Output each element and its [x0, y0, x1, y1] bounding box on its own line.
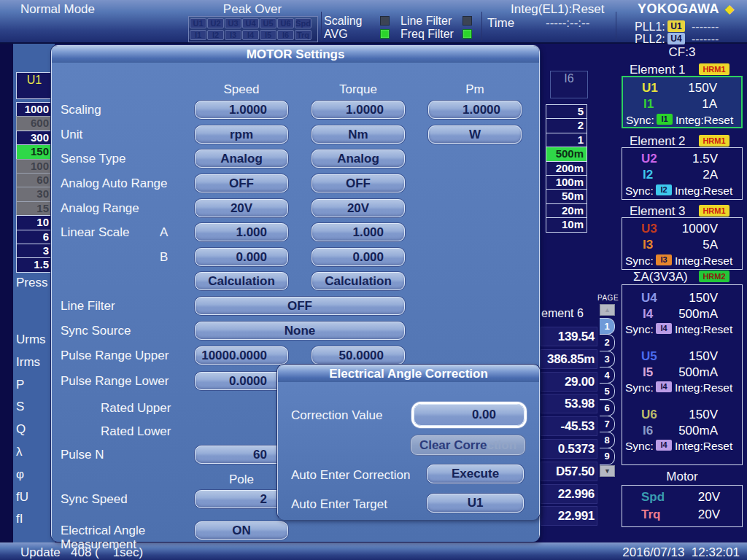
current-range-item-50m[interactable]: 50m [546, 189, 587, 203]
row-button[interactable]: Calculation [311, 272, 405, 290]
peak-over-box: U1U2U3U4U5U6Spd I1I2I3I4I5I6Trq [188, 16, 318, 42]
current-range-item-100m[interactable]: 100m [546, 175, 587, 190]
clear-correction-text-dim: ction [487, 438, 517, 452]
row-label-pulse-range-upper: Pulse Range Upper [61, 349, 169, 362]
pulse-n-button[interactable]: 60 [195, 446, 288, 464]
update-label: Update [20, 545, 61, 559]
page-tab-3[interactable]: 3 [600, 351, 615, 368]
integ-state: Integ:Reset [676, 114, 733, 127]
hrm-badge: HRM1 [699, 205, 729, 217]
sense-type-button[interactable]: Analog [195, 149, 288, 168]
scaling-button[interactable]: 1.0000 [195, 101, 288, 119]
clear-correction-text: Clear Corre [419, 438, 487, 452]
correction-value-field[interactable]: 0.00 [414, 404, 525, 426]
sync-source-button[interactable]: None [195, 322, 405, 340]
page-tab-1[interactable]: 1 [600, 318, 615, 335]
pulse-range-lower-button[interactable]: 0.0000 [195, 372, 288, 390]
unit-button[interactable]: W [428, 125, 522, 144]
auto-enter-target-button[interactable]: U1 [427, 494, 524, 513]
page-tab-2[interactable]: 2 [600, 334, 615, 351]
electrical-angle-measurement-button[interactable]: ON [195, 521, 288, 540]
row-button[interactable]: Calculation [195, 272, 288, 290]
column-header-pole: Pole [195, 472, 288, 486]
motor-box: Spd20VTrq20V [622, 485, 743, 527]
element-column-header: ement 6 [541, 307, 584, 320]
voltage-range-item-1000[interactable]: 1000 [16, 102, 53, 117]
row-button[interactable]: 0.000 [195, 248, 288, 266]
page-tab-7[interactable]: 7 [600, 416, 615, 432]
page-tab-6[interactable]: 6 [600, 400, 615, 416]
pll1-source-badge: U1 [667, 20, 685, 32]
scaling-button[interactable]: 1.0000 [311, 101, 405, 119]
u-range-value: 150V [689, 408, 718, 422]
voltage-range-item-300[interactable]: 300 [16, 131, 53, 145]
voltage-range-item-60[interactable]: 60 [16, 173, 53, 187]
current-range-item-1[interactable]: 1 [546, 133, 587, 147]
current-range-item-10m[interactable]: 10m [546, 217, 587, 232]
page-up-button[interactable]: ▲ [600, 304, 615, 316]
voltage-range-item-600[interactable]: 600 [16, 116, 53, 131]
sigma-box: U4150VI4500mASync:I4Integ:ResetU5150VI55… [622, 284, 743, 465]
line-filter-label: Line Filter [400, 15, 452, 28]
row-label-s: S [16, 400, 24, 413]
hrm-badge: HRM1 [699, 63, 729, 75]
voltage-range-item-150[interactable]: 150 [16, 144, 53, 159]
row-button[interactable]: 0.000 [311, 248, 405, 266]
voltage-range-item-3[interactable]: 3 [16, 244, 53, 258]
datetime: 2016/07/13 12:32:01 [622, 545, 740, 559]
unit-button[interactable]: rpm [195, 125, 288, 144]
i-range-value: 500mA [678, 307, 718, 322]
peak-over-row-current: I1I2I3I4I5I6Trq [190, 30, 317, 40]
voltage-range-item-30[interactable]: 30 [16, 187, 53, 201]
pulse-range-upper-button[interactable]: 50.0000 [311, 346, 405, 365]
voltage-range-item-6[interactable]: 6 [16, 230, 53, 244]
auto-enter-correction-execute-button[interactable]: Execute [427, 464, 524, 483]
row-label-sense-type: Sense Type [61, 152, 125, 166]
motor-channel-label-spd: Spd [641, 490, 665, 505]
peak-over-cell-u4: U4 [242, 18, 259, 28]
i-channel-label: I4 [643, 307, 653, 322]
current-range-item-200m[interactable]: 200m [546, 161, 587, 176]
analog-auto-range-button[interactable]: OFF [195, 174, 288, 192]
analog-range-button[interactable]: 20V [195, 199, 288, 217]
page-tab-5[interactable]: 5 [600, 383, 615, 400]
peak-over-cell-i2: I2 [207, 30, 224, 40]
unit-button[interactable]: Nm [311, 125, 405, 144]
analog-range-button[interactable]: 20V [311, 199, 405, 217]
angle-dialog-body: Correction Value 0.00 Clear Correction A… [278, 382, 539, 520]
freq-filter-indicator-lamp [462, 29, 472, 39]
sync-speed-button[interactable]: 2 [195, 490, 288, 508]
correction-value-label: Correction Value [291, 408, 382, 422]
line-filter-button[interactable]: OFF [195, 297, 405, 315]
peak-over-cell-i5: I5 [260, 30, 276, 40]
clear-correction-button[interactable]: Clear Correction [411, 435, 525, 455]
current-range-item-20m[interactable]: 20m [546, 203, 587, 218]
voltage-range-item-1.5[interactable]: 1.5 [16, 257, 53, 272]
pll2-source-badge: U4 [667, 33, 685, 44]
column-header-speed: Speed [195, 82, 288, 96]
linear-scale-button[interactable]: 1.000 [195, 223, 288, 241]
row-sublabel-b: B [160, 250, 168, 264]
pulse-range-upper-button[interactable]: 10000.0000 [195, 346, 288, 365]
voltage-range-item-10[interactable]: 10 [16, 215, 53, 230]
page-down-button[interactable]: ▼ [600, 465, 615, 477]
row-label-p: P [16, 378, 24, 392]
i-channel-label: I6 [643, 424, 653, 438]
scaling-button[interactable]: 1.0000 [428, 101, 522, 119]
voltage-range-item-100[interactable]: 100 [16, 159, 53, 174]
sense-type-button[interactable]: Analog [311, 149, 405, 168]
page-tab-4[interactable]: 4 [600, 367, 615, 384]
row-label-linear-scale: Linear Scale [61, 225, 130, 239]
row-label-sync-speed: Sync Speed [61, 492, 128, 506]
page-tab-8[interactable]: 8 [600, 432, 615, 448]
analog-auto-range-button[interactable]: OFF [311, 174, 405, 192]
current-range-item-2[interactable]: 2 [546, 118, 587, 133]
voltage-range-item-15[interactable]: 15 [16, 201, 53, 216]
motor-dialog-title: MOTOR Settings [52, 46, 539, 63]
current-range-item-5[interactable]: 5 [546, 104, 587, 119]
page-tab-9[interactable]: 9 [600, 448, 615, 464]
sync-label: Sync: [625, 440, 654, 453]
line-filter-indicator-lamp [462, 16, 472, 26]
linear-scale-button[interactable]: 1.000 [311, 223, 405, 241]
current-range-item-500m[interactable]: 500m [546, 147, 587, 161]
